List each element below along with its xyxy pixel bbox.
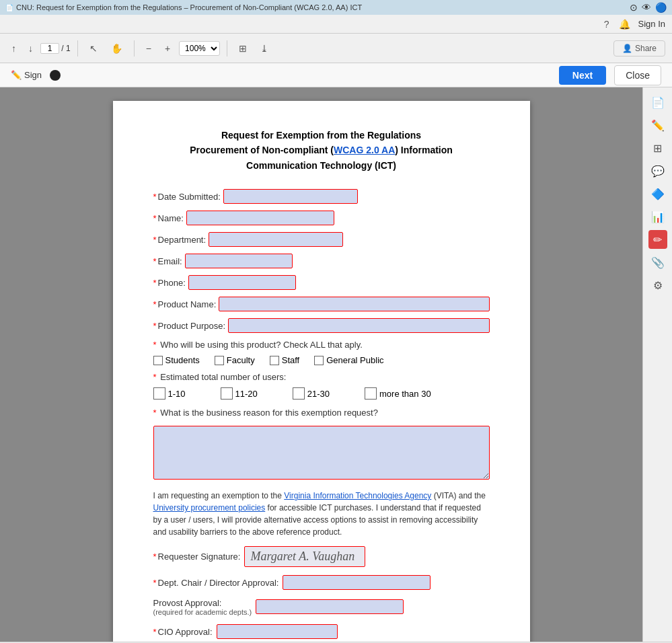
req-sig-star: * [153,552,157,562]
zoom-in-btn[interactable]: + [160,40,175,56]
dept-chair-star: * [153,578,157,588]
toolbar-sep3 [227,40,227,56]
staff-label: Staff [282,355,300,365]
bell-icon-btn[interactable]: 🔔 [618,17,632,31]
date-submitted-label: Date Submitted: [158,192,221,202]
name-row: * Name: [153,211,490,225]
page-up-btn[interactable]: ↑ [7,40,21,56]
total-pages: 1 [66,44,71,53]
email-input[interactable] [185,254,293,268]
check-faculty: Faculty [215,355,255,365]
date-submitted-row: * Date Submitted: [153,189,490,204]
toolbar: ↑ ↓ / 1 ↖ ✋ − + 100% 75% 125% 150% ⊞ ⤓ 👤… [0,34,672,63]
phone-row: * Phone: [153,275,490,290]
next-btn[interactable]: Next [559,66,606,85]
page-input[interactable] [40,43,59,54]
product-name-input[interactable] [219,297,489,311]
toolbar-sep1 [77,40,78,56]
doc-title-line2-post: ) Information [395,145,453,155]
checkbox-general-public[interactable] [314,356,324,365]
label-more-than-30: more than 30 [379,389,431,399]
dept-chair-row: * Dept. Chair / Director Approval: [153,575,490,590]
sign-btn[interactable]: ✏️ Sign [11,70,42,80]
zoom-select[interactable]: 100% 75% 125% 150% [179,41,220,56]
share-btn[interactable]: 👤 Share [613,40,665,56]
checkbox-1-10[interactable] [153,387,165,400]
share-icon: 👤 [622,44,632,53]
estimated-users-label: * Estimated total number of users: [153,372,490,382]
close-btn[interactable]: Close [614,65,661,85]
provost-sub-label: (required for academic depts.) [153,608,252,616]
window-control-btn[interactable]: ⊙ [630,2,638,13]
page-down-btn[interactable]: ↓ [24,40,38,56]
checkbox-faculty[interactable] [215,356,224,365]
who-using-star: * [153,340,157,350]
sidebar-table-icon[interactable]: 📊 [648,207,667,226]
est-users-star: * [153,372,157,382]
label-11-20: 11-20 [235,389,258,399]
business-reason-star: * [153,408,157,418]
check-staff: Staff [270,355,300,365]
doc-title-line1: Request for Exemption from the Regulatio… [153,128,490,143]
doc-title: Request for Exemption from the Regulatio… [153,128,490,173]
email-label: Email: [158,256,182,266]
product-purpose-input[interactable] [228,318,489,333]
date-submitted-input[interactable] [223,189,358,204]
main-area: Request for Exemption from the Regulatio… [0,87,672,642]
who-using-label: * Who will be using this product? Check … [153,340,490,350]
estimated-users-section: * Estimated total number of users: 1-10 … [153,372,490,400]
sidebar-document-icon[interactable]: 📄 [648,93,667,112]
sidebar-extension-icon[interactable]: 🔷 [648,184,667,203]
help-icon-btn[interactable]: ? [603,17,611,31]
sidebar-edit-icon[interactable]: ✏️ [648,116,667,135]
window-control-btn3[interactable]: 🔵 [655,2,667,13]
est-users-question: Estimated total number of users: [160,372,286,382]
checkbox-staff[interactable] [270,356,279,365]
dept-chair-input[interactable] [283,575,431,590]
wcag-link[interactable]: WCAG 2.0 AA [334,145,395,155]
sign-in-btn[interactable]: Sign In [638,19,665,29]
requester-signature-field[interactable]: Margaret A. Vaughan [244,546,365,567]
print-btn[interactable]: ⊞ [234,40,252,56]
provost-input[interactable] [256,599,404,614]
department-input[interactable] [209,232,343,247]
business-reason-section: * What is the business reason for this e… [153,408,490,482]
pdf-page: Request for Exemption from the Regulatio… [113,101,530,642]
provost-row: Provost Approval: (required for academic… [153,598,490,616]
business-reason-textarea[interactable] [153,426,490,480]
sidebar-comment-icon[interactable]: 💬 [648,161,667,180]
department-label: Department: [158,235,207,245]
cio-label: CIO Approval: [158,627,213,637]
sidebar-settings-icon[interactable]: ⚙ [648,276,667,295]
sign-dot [50,70,61,81]
vita-link[interactable]: Virginia Information Technologies Agency [284,491,431,500]
product-name-row: * Product Name: [153,297,490,311]
zoom-out-btn[interactable]: − [141,40,156,56]
sidebar-attachment-icon[interactable]: 📎 [648,253,667,272]
phone-input[interactable] [188,275,296,290]
sidebar-layout-icon[interactable]: ⊞ [648,139,667,157]
title-bar-icon: 📄 [5,4,13,11]
name-label: Name: [158,213,184,223]
pen-icon: ✏️ [11,70,22,80]
checkbox-students[interactable] [153,356,163,365]
checkbox-11-20[interactable] [221,387,233,400]
procurement-link[interactable]: University procurement policies [153,503,266,513]
product-purpose-label: Product Purpose: [158,321,225,331]
product-purpose-required-star: * [153,321,157,331]
name-input[interactable] [186,211,334,225]
toolbar-right: 👤 Share [613,40,665,56]
sidebar-pencil-icon[interactable]: ✏ [648,230,667,249]
provost-label: Provost Approval: (required for academic… [153,598,252,616]
check-11-20: 11-20 [221,387,258,400]
checkbox-more-than-30[interactable] [365,387,377,400]
download-btn[interactable]: ⤓ [256,40,273,56]
pdf-area: Request for Exemption from the Regulatio… [0,87,642,642]
checkbox-21-30[interactable] [293,387,305,400]
check-1-10: 1-10 [153,387,186,400]
cursor-tool-btn[interactable]: ↖ [85,40,102,56]
window-control-btn2[interactable]: 👁 [642,2,651,13]
hand-tool-btn[interactable]: ✋ [106,40,127,56]
name-required-star: * [153,213,157,223]
cio-input[interactable] [217,624,338,639]
